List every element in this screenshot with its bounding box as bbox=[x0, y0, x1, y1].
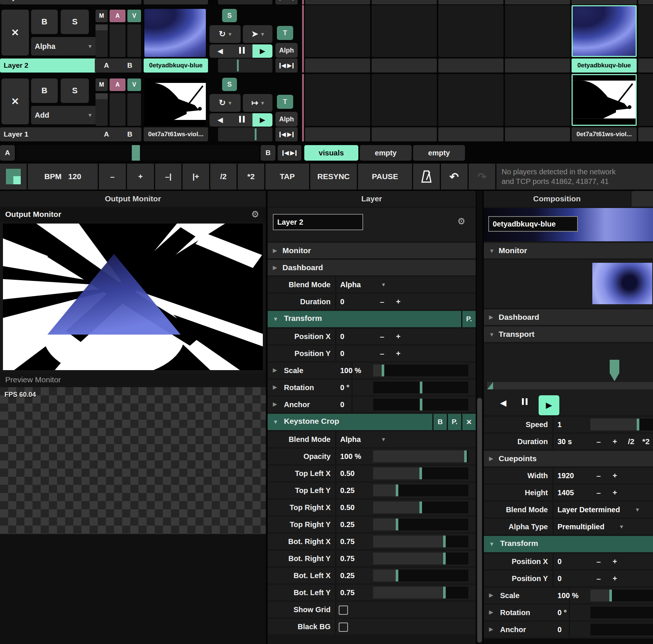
layer2-name[interactable]: Layer 2 bbox=[0, 58, 96, 73]
layer2-blend-dropdown[interactable]: Alpha▼ bbox=[31, 37, 96, 56]
composition-section-transform[interactable]: ▼ Transform bbox=[484, 536, 653, 552]
undo-button[interactable]: ↷ bbox=[441, 164, 468, 189]
keystone-param-button[interactable]: P. bbox=[447, 414, 461, 430]
scrollbar-thumb[interactable] bbox=[477, 398, 482, 643]
position-y-value[interactable]: 0 bbox=[340, 346, 344, 361]
comp-alpha-dropdown[interactable]: Premultiplied bbox=[557, 519, 605, 534]
layer2-audio-button[interactable]: A bbox=[110, 10, 125, 22]
keystone-bypass-button[interactable]: B bbox=[432, 414, 447, 430]
layer2-clip-thumbnail[interactable] bbox=[144, 9, 206, 57]
position-y-plus[interactable]: + bbox=[392, 346, 405, 361]
layer2-sync-button[interactable]: S bbox=[222, 9, 237, 22]
bot-right-x-slider[interactable] bbox=[373, 536, 468, 547]
bot-right-y-slider[interactable] bbox=[373, 553, 468, 564]
comp-posy-minus[interactable]: – bbox=[592, 571, 605, 586]
top-left-x-slider[interactable] bbox=[373, 467, 468, 479]
deck-tab-empty-2[interactable]: empty bbox=[413, 145, 465, 161]
keystone-blend-dropdown[interactable]: Alpha bbox=[340, 432, 361, 447]
clip-slot[interactable] bbox=[305, 74, 370, 126]
top-left-y-slider[interactable] bbox=[373, 484, 468, 496]
bpm-minus-button[interactable]: – bbox=[99, 164, 126, 189]
comp-height-plus[interactable]: + bbox=[609, 485, 621, 500]
clip-slot[interactable] bbox=[372, 5, 437, 57]
gear-icon[interactable]: ⚙ bbox=[251, 209, 259, 219]
layer2-audio-fader[interactable] bbox=[110, 24, 125, 57]
layer1-play-direction-button[interactable]: ↦▾ bbox=[243, 94, 272, 112]
layer1-active-clip[interactable] bbox=[572, 74, 637, 126]
resync-button[interactable]: RESYNC bbox=[310, 164, 357, 189]
layer1-loop-mode-button[interactable]: ↻▾ bbox=[210, 94, 241, 112]
layer3-ab[interactable]: AB bbox=[95, 0, 141, 4]
clip-slot[interactable] bbox=[305, 5, 370, 57]
bot-right-x-value[interactable]: 0.75 bbox=[340, 534, 355, 549]
layer-name-input[interactable] bbox=[273, 214, 363, 230]
layer1-clip-thumbnail[interactable] bbox=[144, 78, 206, 126]
bpm-plus-button[interactable]: + bbox=[127, 164, 154, 189]
layer2-solo-button[interactable]: S bbox=[61, 10, 89, 34]
keystone-close-button[interactable]: ✕ bbox=[461, 414, 476, 430]
clip-slot[interactable] bbox=[372, 74, 437, 126]
play-backward-button[interactable]: ◀ bbox=[210, 116, 231, 124]
layer1-clear-button[interactable]: ✕ bbox=[1, 78, 29, 124]
transform-param-button[interactable]: P. bbox=[461, 311, 476, 327]
show-grid-checkbox[interactable] bbox=[339, 606, 348, 615]
bpm-nudge-down-button[interactable]: –| bbox=[155, 164, 181, 189]
layer3-progress[interactable] bbox=[218, 0, 272, 4]
layer1-master-button[interactable]: M bbox=[96, 78, 108, 91]
top-right-y-value[interactable]: 0.25 bbox=[340, 517, 355, 532]
comp-blend-dropdown[interactable]: Layer Determined bbox=[557, 502, 620, 517]
deck-prev-next[interactable]: ◀ ▶ bbox=[278, 145, 301, 161]
bpm-display[interactable]: BPM120 bbox=[28, 164, 98, 189]
duration-minus[interactable]: – bbox=[376, 294, 388, 309]
metronome-button[interactable] bbox=[413, 164, 440, 189]
comp-posx-value[interactable]: 0 bbox=[557, 554, 562, 569]
layer-section-keystone-crop[interactable]: ▼ Keystone Crop B P. ✕ bbox=[268, 414, 476, 430]
bot-left-x-slider[interactable] bbox=[373, 570, 468, 581]
layer1-video-button[interactable]: V bbox=[127, 78, 141, 91]
composition-section-monitor[interactable]: ▼Monitor bbox=[484, 243, 653, 258]
comp-width-minus[interactable]: – bbox=[592, 468, 605, 483]
layer1-active-clip-name[interactable]: 0et7a7t61ws-viol... bbox=[572, 127, 637, 141]
layer2-alpha-cell[interactable]: Alph bbox=[275, 43, 298, 58]
layer1-video-fader[interactable] bbox=[127, 93, 141, 126]
layer2-ab[interactable]: AB bbox=[95, 58, 141, 73]
pause-button[interactable] bbox=[231, 116, 252, 124]
layer2-video-button[interactable]: V bbox=[127, 10, 141, 22]
layer1-skip[interactable]: ◀ ▶ bbox=[275, 127, 298, 141]
transport-back-button[interactable]: ◀ bbox=[500, 398, 506, 408]
layer1-name[interactable]: Layer 1 bbox=[0, 127, 96, 141]
crossfade-b[interactable]: B bbox=[127, 130, 133, 138]
bot-left-y-slider[interactable] bbox=[373, 587, 468, 598]
bpm-double-button[interactable]: *2 bbox=[238, 164, 264, 189]
top-right-y-slider[interactable] bbox=[373, 519, 468, 530]
composition-name-input[interactable] bbox=[488, 216, 578, 232]
layer2-clipname[interactable]: 0etyadbkuqv-blue bbox=[144, 58, 208, 73]
play-button[interactable]: ▶ bbox=[252, 44, 272, 58]
comp-width-plus[interactable]: + bbox=[609, 468, 621, 483]
bot-right-y-value[interactable]: 0.75 bbox=[340, 551, 355, 566]
tab-next-stub[interactable] bbox=[632, 191, 653, 207]
comp-posx-plus[interactable]: + bbox=[609, 554, 621, 569]
layer-section-dashboard[interactable]: ▶Dashboard bbox=[268, 260, 476, 275]
layer2-master-fader[interactable] bbox=[96, 24, 108, 57]
anchor-slider[interactable] bbox=[373, 399, 468, 410]
comp-duration-value[interactable]: 30 s bbox=[557, 434, 572, 449]
comp-duration-minus[interactable]: – bbox=[592, 434, 605, 449]
position-x-value[interactable]: 0 bbox=[340, 329, 344, 344]
rotation-value[interactable]: 0 ° bbox=[340, 380, 349, 395]
layer1-clip-progress[interactable] bbox=[218, 127, 272, 141]
clip-slot[interactable] bbox=[438, 5, 503, 57]
layer1-audio-fader[interactable] bbox=[110, 93, 125, 126]
comp-width-value[interactable]: 1920 bbox=[557, 468, 574, 483]
comp-rotation-slider[interactable] bbox=[590, 607, 653, 618]
deck-tab-empty-1[interactable]: empty bbox=[360, 145, 412, 161]
opacity-value[interactable]: 100 % bbox=[340, 449, 361, 464]
anchor-value[interactable]: 0 bbox=[340, 397, 344, 412]
top-right-x-value[interactable]: 0.50 bbox=[340, 500, 355, 515]
crossfade-b[interactable]: B bbox=[127, 61, 133, 70]
layer2-loop-mode-button[interactable]: ↻▾ bbox=[210, 25, 241, 43]
layer2-active-clip-name[interactable]: 0etyadbkuqv-blue bbox=[572, 58, 637, 73]
layer1-timeline-button[interactable]: T bbox=[277, 95, 293, 109]
transport-timeline[interactable] bbox=[487, 382, 653, 389]
layer1-solo-button[interactable]: S bbox=[61, 78, 89, 103]
